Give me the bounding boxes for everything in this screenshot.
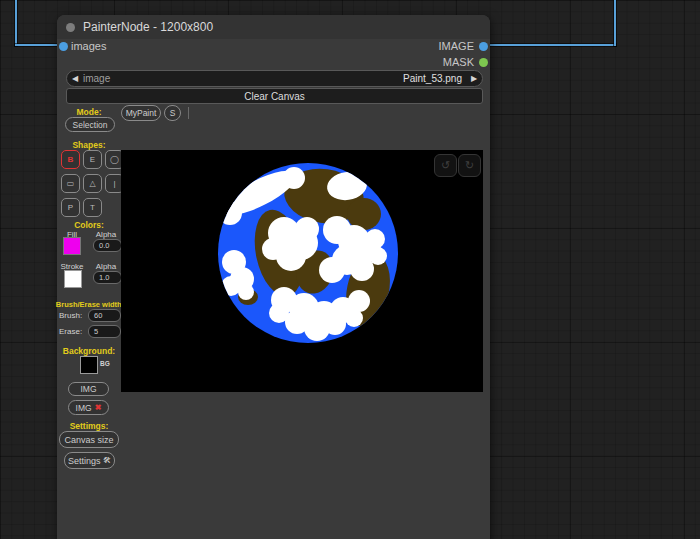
fill-alpha-input[interactable]: 0.0 [93, 239, 122, 252]
tools-icon: 🛠 [103, 456, 111, 465]
shapes-label: Shapes: [57, 140, 121, 150]
shape-triangle-button[interactable]: △ [83, 174, 102, 193]
settings-button-label: Settings [68, 456, 101, 466]
combo-prev-icon[interactable]: ◀ [67, 74, 83, 83]
undo-button[interactable]: ↺ [434, 154, 457, 177]
link-wire-in-horizontal [15, 44, 63, 46]
remove-x-icon: ✖ [95, 403, 102, 412]
combo-value: Paint_53.png [110, 73, 466, 84]
output-slot-mask-dot[interactable] [479, 58, 488, 67]
settings-label: Settimgs: [57, 421, 121, 431]
selection-mode-button[interactable]: Selection [65, 117, 115, 132]
redo-icon: ↻ [465, 159, 474, 172]
settings-button[interactable]: Settings 🛠 [64, 452, 115, 469]
undo-icon: ↺ [441, 159, 450, 172]
output-slot-image-label: IMAGE [439, 40, 474, 52]
input-slot-images-label: images [71, 40, 106, 52]
input-slot-images-dot[interactable] [59, 42, 68, 51]
erase-label: Erase: [59, 327, 83, 336]
graph-canvas[interactable]: PainterNode - 1200x800 images IMAGE MASK… [0, 0, 700, 539]
smooth-button[interactable]: S [164, 105, 181, 121]
combo-label: image [83, 73, 110, 84]
redo-button[interactable]: ↻ [458, 154, 481, 177]
shape-rectangle-button[interactable]: ▭ [61, 174, 80, 193]
collapse-dot-icon[interactable] [66, 23, 75, 32]
stroke-alpha-input[interactable]: 1.0 [93, 271, 122, 284]
mode-label: Mode: [57, 107, 121, 117]
shape-brush-button[interactable]: B [61, 150, 80, 169]
background-label: Background: [57, 346, 121, 356]
painter-node[interactable]: PainterNode - 1200x800 images IMAGE MASK… [57, 15, 490, 539]
background-color-swatch[interactable] [80, 356, 98, 374]
img-button[interactable]: IMG [68, 382, 109, 396]
toolbar-divider [188, 107, 189, 119]
link-wire-out-horizontal [487, 44, 616, 46]
erase-width-input[interactable]: 5 [88, 325, 121, 338]
canvas-size-button[interactable]: Canvas size [59, 431, 119, 448]
mypaint-button[interactable]: MyPaint [121, 105, 161, 121]
link-wire-out-vertical [614, 0, 616, 46]
stroke-color-swatch[interactable] [64, 270, 82, 288]
colors-label: Colors: [57, 220, 121, 230]
shapes-grid: B E ◯ ▭ △ | P T [61, 150, 127, 217]
image-combo-widget[interactable]: ◀ image Paint_53.png ▶ [66, 70, 483, 87]
brush-erase-width-label: Brush/Erase width: [55, 300, 125, 309]
img-remove-button[interactable]: IMG✖ [68, 400, 109, 415]
img-remove-label: IMG [76, 403, 92, 413]
node-title: PainterNode - 1200x800 [83, 20, 213, 34]
shape-pencil-button[interactable]: P [61, 198, 80, 217]
output-slot-image-dot[interactable] [479, 42, 488, 51]
shape-erase-button[interactable]: E [83, 150, 102, 169]
paint-canvas[interactable]: ↺ ↻ [121, 150, 483, 392]
stroke-alpha-label: Alpha [91, 262, 121, 271]
link-wire-in-vertical [15, 0, 17, 46]
painting-planet [121, 150, 483, 392]
node-titlebar[interactable]: PainterNode - 1200x800 [57, 15, 490, 39]
combo-next-icon[interactable]: ▶ [466, 74, 482, 83]
fill-color-swatch[interactable] [63, 237, 81, 255]
brush-label: Brush: [59, 311, 83, 320]
fill-alpha-label: Alpha [91, 230, 121, 239]
brush-width-input[interactable]: 60 [88, 309, 121, 322]
output-slot-mask-label: MASK [443, 56, 474, 68]
clear-canvas-button[interactable]: Clear Canvas [66, 88, 483, 104]
shape-text-button[interactable]: T [83, 198, 102, 217]
bg-label: BG [100, 360, 114, 367]
